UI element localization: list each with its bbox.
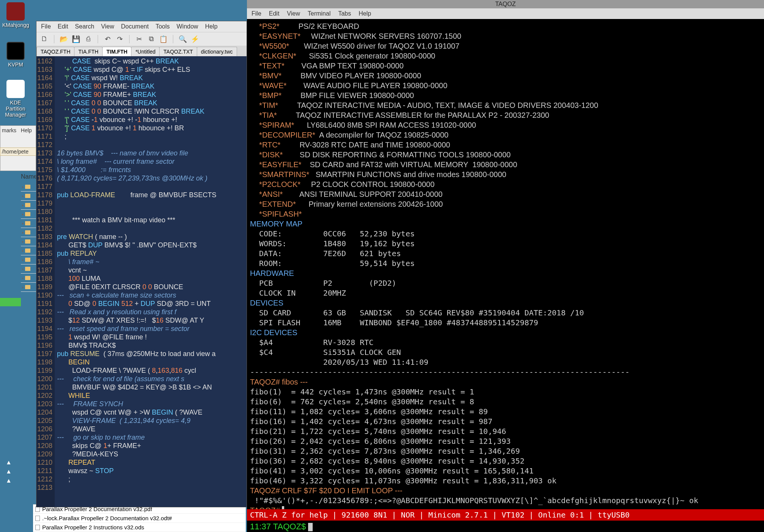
- replace-icon[interactable]: ⚡: [191, 35, 199, 43]
- tree-row[interactable]: ▸: [21, 182, 36, 192]
- tree-row[interactable]: ▸: [21, 246, 36, 255]
- menu-tools[interactable]: Tools: [155, 23, 169, 30]
- menu-view[interactable]: View: [101, 23, 114, 30]
- folder-icon: [25, 239, 30, 244]
- folder-icon: [25, 267, 30, 271]
- tab-tia-fth[interactable]: TIA.FTH: [74, 47, 103, 56]
- paste-icon[interactable]: 📋: [159, 35, 168, 43]
- menu-help[interactable]: Help: [205, 23, 218, 30]
- term-menu-edit[interactable]: Edit: [269, 10, 280, 17]
- desktop-icon-partition[interactable]: KDE Partition Manager: [2, 80, 29, 118]
- tree-row[interactable]: ▸: [21, 192, 36, 201]
- save-icon[interactable]: 💾: [72, 35, 80, 43]
- help-menu[interactable]: Help: [21, 127, 32, 133]
- cursor-icon: [308, 523, 313, 531]
- editor-body[interactable]: 1162 1163 1164 1165 1166 1167 1168 1169 …: [36, 56, 247, 507]
- editor-toolbar: 🗋 📂 💾 ⎙ ↶ ↷ ✂ ⧉ 📋 🔍 ⚡: [36, 32, 247, 46]
- folder-icon: [25, 249, 30, 253]
- tab-taqoz-fth[interactable]: TAQOZ.FTH: [36, 47, 74, 56]
- editor-tabs: TAQOZ.FTH TIA.FTH TIM.FTH *Untitled TAQO…: [36, 46, 247, 56]
- term-menu-tabs[interactable]: Tabs: [338, 10, 351, 17]
- terminal-window: TAQOZ File Edit View Terminal Tabs Help …: [247, 0, 764, 532]
- tree-row[interactable]: ▸: [21, 237, 36, 246]
- desktop-icon-kvpm[interactable]: KVPM: [2, 42, 29, 68]
- folder-icon: [25, 258, 30, 262]
- folder-icon: [25, 230, 30, 234]
- terminal-body[interactable]: *PS2* PS/2 KEYBOARD *EASYNET* WIZnet NET…: [247, 19, 764, 509]
- line-gutter: 1162 1163 1164 1165 1166 1167 1168 1169 …: [36, 56, 55, 507]
- name-column-header[interactable]: Name: [21, 173, 37, 180]
- folder-icon: [25, 185, 30, 189]
- filemgr-file-list: Parallax Propeller 2 Documentation v32.p…: [33, 504, 246, 532]
- shell-prompt[interactable]: 11:37 TAQOZ$: [247, 521, 764, 532]
- copy-icon[interactable]: ⧉: [147, 35, 155, 43]
- tree-row[interactable]: ▸: [21, 219, 36, 228]
- save-all-icon[interactable]: ⎙: [84, 35, 92, 43]
- file-icon: [35, 516, 40, 521]
- folder-icon: [25, 285, 30, 289]
- up-arrow-icon[interactable]: ▲: [6, 459, 12, 466]
- filemgr-selected-row[interactable]: [0, 298, 21, 306]
- folder-icon: [25, 212, 30, 216]
- term-menu-file[interactable]: File: [252, 10, 261, 17]
- tree-row[interactable]: ▸: [21, 255, 36, 264]
- menu-document[interactable]: Document: [121, 23, 149, 30]
- terminal-title: TAQOZ: [247, 0, 764, 8]
- file-icon: [35, 525, 40, 530]
- new-file-icon[interactable]: 🗋: [40, 35, 49, 43]
- filemgr-nav-arrows: ▲ ▲ ▲: [6, 459, 12, 484]
- undo-icon[interactable]: ↶: [103, 35, 112, 43]
- file-row[interactable]: .~lock.Parallax Propeller 2 Documentatio…: [33, 514, 246, 523]
- tree-row[interactable]: ▸: [21, 201, 36, 210]
- terminal-menubar: File Edit View Terminal Tabs Help: [247, 8, 764, 19]
- folder-icon: [25, 194, 30, 198]
- term-menu-view[interactable]: View: [287, 10, 300, 17]
- filemgr-tree[interactable]: ▸ ▸ ▸ ▸ ▸ ▸ ▸ ▸ ▸ ▸ ▸ ▸: [21, 182, 36, 292]
- up-arrow-icon[interactable]: ▲: [6, 477, 12, 484]
- tree-row[interactable]: ▸: [21, 264, 36, 274]
- folder-icon: [25, 203, 30, 207]
- tree-row[interactable]: ▸: [21, 274, 36, 283]
- tree-row[interactable]: ▸: [21, 210, 36, 219]
- open-file-icon[interactable]: 📂: [60, 35, 68, 43]
- bookmarks-menu[interactable]: marks: [2, 127, 16, 133]
- cut-icon[interactable]: ✂: [135, 35, 143, 43]
- terminal-status-bar: CTRL-A Z for help | 921600 8N1 | NOR | M…: [247, 509, 764, 521]
- kvpm-icon: [6, 42, 25, 60]
- file-row[interactable]: Parallax Propeller 2 Instructions v32.od…: [33, 523, 246, 532]
- folder-icon: [25, 276, 30, 280]
- editor-window: File Edit Search View Document Tools Win…: [36, 21, 247, 507]
- partition-icon: [6, 80, 25, 98]
- tab-tim-fth[interactable]: TIM.FTH: [102, 47, 131, 56]
- mahjongg-icon: [6, 2, 25, 21]
- menu-search[interactable]: Search: [75, 23, 94, 30]
- term-menu-help[interactable]: Help: [359, 10, 371, 17]
- redo-icon[interactable]: ↷: [115, 35, 124, 43]
- code-area[interactable]: CASE skips C~ wspd C++ BREAK '+' CASE ws…: [55, 56, 247, 507]
- tab-taqoz-txt[interactable]: TAQOZ.TXT: [159, 47, 197, 56]
- folder-icon: [25, 221, 30, 225]
- menu-file[interactable]: File: [41, 23, 51, 30]
- tree-row[interactable]: ▸: [21, 228, 36, 237]
- editor-menubar: File Edit Search View Document Tools Win…: [36, 21, 247, 32]
- up-arrow-icon[interactable]: ▲: [6, 468, 12, 475]
- menu-window[interactable]: Window: [177, 23, 198, 30]
- tab-untitled[interactable]: *Untitled: [131, 47, 160, 56]
- tree-row[interactable]: ▸: [21, 283, 36, 292]
- term-menu-terminal[interactable]: Terminal: [308, 10, 331, 17]
- tab-dictionary[interactable]: dictionary.twc: [197, 47, 237, 56]
- desktop-icon-kmahjongg[interactable]: KMahjongg: [2, 2, 29, 28]
- breadcrumb[interactable]: /home/pete: [0, 147, 36, 156]
- search-icon[interactable]: 🔍: [179, 35, 187, 43]
- menu-edit[interactable]: Edit: [58, 23, 68, 30]
